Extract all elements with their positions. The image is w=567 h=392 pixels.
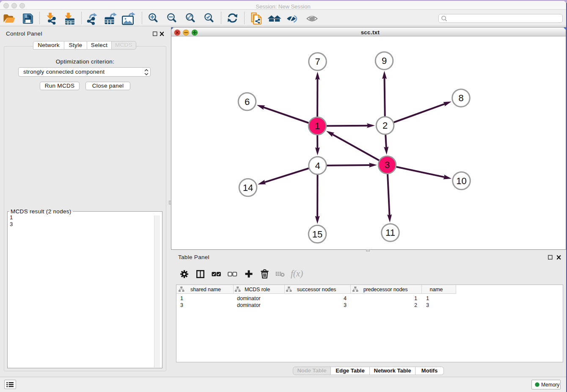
svg-text:15: 15 <box>312 229 322 240</box>
svg-text:8: 8 <box>458 93 463 103</box>
svg-text:10: 10 <box>456 176 466 186</box>
svg-text:3: 3 <box>385 160 390 170</box>
svg-text:1: 1 <box>315 121 320 131</box>
svg-text:2: 2 <box>383 120 388 131</box>
svg-text:4: 4 <box>315 160 320 171</box>
svg-text:14: 14 <box>243 182 253 193</box>
svg-text:11: 11 <box>385 227 395 238</box>
svg-text:6: 6 <box>245 97 250 107</box>
svg-text:7: 7 <box>315 56 320 67</box>
svg-text:9: 9 <box>382 55 387 66</box>
